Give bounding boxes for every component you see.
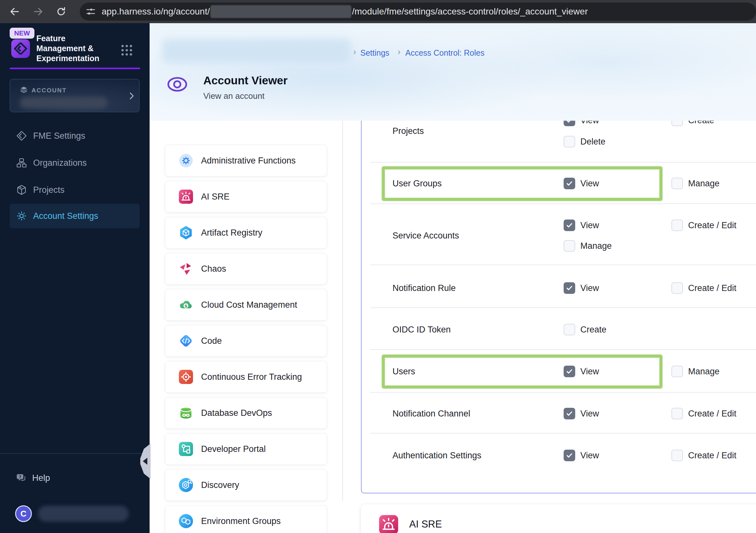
checkbox-label: Manage [580,241,612,251]
checkbox-unchecked[interactable] [671,450,683,461]
module-card-chaos[interactable]: Chaos [165,253,327,285]
browser-back-icon[interactable] [9,6,21,17]
checkbox-label: Create / Edit [688,451,736,461]
url-bar[interactable]: app.harness.io/ng/account//module/fme/se… [80,3,756,21]
sidebar-item-projects[interactable]: Projects [10,180,140,200]
module-label: Continuous Error Tracking [201,372,302,382]
breadcrumb-chevron-icon: › [398,48,400,56]
sidebar-item-organizations[interactable]: Organizations [10,153,140,173]
module-card-administrative-functions[interactable]: Administrative Functions [165,145,327,176]
checkbox-unchecked[interactable] [671,282,683,294]
checkbox-label: View [580,409,599,419]
module-card-code[interactable]: Code [165,325,327,357]
next-section-card[interactable]: AI SRE [361,504,756,533]
avatar-letter: C [21,509,27,519]
module-grid-icon[interactable] [120,44,133,57]
checkbox-unchecked[interactable] [671,219,683,231]
permission-row-notification-channel: Notification ChannelViewCreate / Edit [362,393,756,434]
permission-label: User Groups [392,179,442,189]
target-icon [178,370,193,384]
checkbox-unchecked[interactable] [671,366,683,377]
permission-service-accounts-manage: Manage [564,240,612,252]
page-subtitle: View an account [203,91,264,101]
help-button[interactable]: ? Help [10,468,106,488]
accent-divider [10,68,140,69]
permission-user-groups-manage: Manage [671,178,720,189]
product-name: Feature Management & Experimentation [36,34,105,63]
cloud-dollar-icon: $ [178,297,193,312]
browser-forward-icon[interactable] [32,6,44,17]
permission-notification-rule-create-edit: Create / Edit [671,282,736,294]
module-card-ai-sre[interactable]: AI SRE [165,181,327,212]
breadcrumb-settings-link[interactable]: Settings [360,48,389,58]
module-label: Cloud Cost Management [201,300,297,310]
module-card-discovery[interactable]: Discovery [165,469,327,501]
discovery-radar-icon [178,478,193,492]
checkbox-label: Create / Edit [688,283,736,293]
layers-icon [20,86,28,94]
hexagon-cluster-icon [178,514,193,528]
page-header: › Settings › Access Control: Roles Accou… [149,23,756,121]
permission-row-oidc-id-token: OIDC ID TokenCreate [362,308,756,350]
module-card-database-devops[interactable]: Database DevOps [165,397,327,429]
module-label: Artifact Registry [201,228,262,238]
svg-text:?: ? [19,475,21,479]
permission-users-view: View [564,366,599,377]
checkbox-unchecked[interactable] [671,408,683,419]
code-diamond-icon [178,333,193,348]
siren-icon [379,515,399,533]
sidebar: NEW Feature Management & Experimentation… [0,23,149,533]
database-icon [178,406,193,420]
chevron-right-icon [128,92,135,100]
redacted-account-id [210,5,351,18]
module-label: Discovery [201,480,239,490]
account-selector[interactable]: ACCOUNT [10,79,140,112]
permission-label: Service Accounts [392,231,459,241]
permission-label: Users [392,367,415,377]
site-info-icon[interactable] [85,6,96,17]
permission-row-authentication-settings: Authentication SettingsViewCreate / Edit [362,434,756,493]
breadcrumb-chevron-icon: › [353,48,356,56]
module-label: AI SRE [201,192,230,202]
account-section-label: ACCOUNT [32,87,67,94]
projects-cube-icon [16,184,27,195]
module-card-cloud-cost-management[interactable]: $Cloud Cost Management [165,289,327,321]
checkbox-unchecked[interactable] [564,240,575,252]
checkbox-label: Create / Edit [688,220,736,231]
sidebar-item-fme-settings[interactable]: FME Settings [10,126,140,146]
flowchart-icon [178,442,193,456]
next-section-label: AI SRE [409,519,442,530]
url-text: app.harness.io/ng/account//module/fme/se… [102,5,588,18]
checkbox-checked[interactable] [564,366,575,377]
module-card-developer-portal[interactable]: Developer Portal [165,433,327,465]
checkbox-label: View [580,179,599,189]
module-label: Environment Groups [201,516,281,526]
permission-authentication-settings-create-edit: Create / Edit [671,450,736,461]
checkbox-label: View [580,283,599,293]
checkbox-unchecked[interactable] [671,178,683,189]
checkbox-label: View [580,367,599,377]
browser-reload-icon[interactable] [55,6,67,17]
checkbox-label: Manage [688,367,720,377]
checkbox-checked[interactable] [564,178,575,189]
sidebar-item-label: Account Settings [33,211,98,221]
artifact-hexagon-icon [178,225,193,240]
module-card-continuous-error-tracking[interactable]: Continuous Error Tracking [165,361,327,393]
checkbox-checked[interactable] [564,450,575,461]
sidebar-item-account-settings[interactable]: Account Settings [10,204,140,228]
help-chat-icon: ? [16,473,26,483]
checkbox-checked[interactable] [564,219,575,231]
user-avatar[interactable]: C [15,505,32,522]
redacted-account-name [20,97,107,108]
checkbox-checked[interactable] [564,408,575,419]
fme-logo-icon [11,39,30,58]
permission-label: OIDC ID Token [392,325,451,335]
checkbox-checked[interactable] [564,282,575,294]
checkbox-unchecked[interactable] [564,324,575,335]
module-card-artifact-registry[interactable]: Artifact Registry [165,217,327,248]
viewer-eye-icon [167,76,188,93]
breadcrumb-roles-link[interactable]: Access Control: Roles [405,48,484,58]
permission-label: Projects [392,126,424,136]
checkbox-unchecked[interactable] [564,136,575,147]
module-card-environment-groups[interactable]: Environment Groups [165,505,327,533]
